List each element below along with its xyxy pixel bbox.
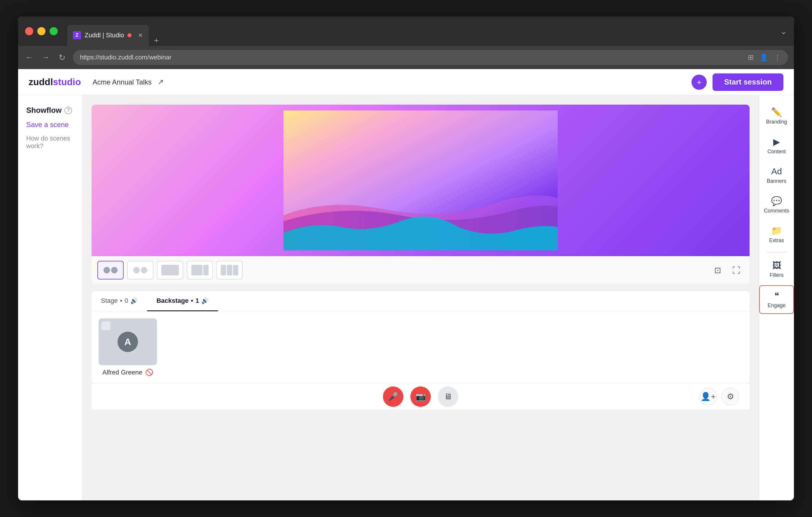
logo-zuddl: zuddl — [29, 77, 53, 87]
participant-options-icon — [102, 322, 110, 330]
showflow-title: Showflow ? — [26, 106, 74, 115]
tab-favicon: Z — [73, 31, 81, 39]
main-layout: Showflow ? Save a scene How do scenes wo… — [18, 95, 794, 500]
url-text: https://studio.zuddl.com/webinar — [80, 54, 172, 61]
banners-icon: Ad — [771, 166, 782, 176]
participant-name: Alfred Greene — [103, 369, 142, 376]
branding-icon: ✏️ — [771, 107, 782, 117]
participants-tabs: Stage • 0 🔊 Backstage • 1 🔊 — [92, 291, 750, 311]
stage-background — [284, 111, 558, 250]
logo-studio: studio — [53, 77, 81, 87]
mute-mic-button[interactable]: 🎤 — [383, 387, 403, 407]
mute-icon: 🚫 — [145, 369, 153, 376]
extras-label: Extras — [769, 238, 784, 244]
engage-icon: ❝ — [774, 291, 779, 301]
center-content: ⊡ ⛶ Stage • 0 🔊 Backstage — [82, 95, 759, 500]
close-button[interactable] — [25, 27, 33, 35]
how-scenes-link[interactable]: How do scenes work? — [26, 134, 74, 150]
maximize-button[interactable] — [50, 27, 58, 35]
stage-speaker-icon: 🔊 — [130, 297, 138, 304]
extras-icon: 📁 — [771, 225, 782, 236]
right-panel-item-fillers[interactable]: 🖼 Fillers — [759, 256, 794, 283]
right-panel-item-content[interactable]: ▶ Content — [759, 132, 794, 159]
browser-tab-active[interactable]: Z Zuddl | Studio ✕ — [67, 25, 149, 46]
banners-label: Banners — [767, 178, 786, 184]
new-tab-button[interactable]: ＋ — [152, 35, 161, 46]
mute-camera-button[interactable]: 📷 — [410, 387, 431, 407]
comments-icon: 💬 — [771, 196, 782, 206]
participant-avatar: A — [118, 332, 138, 352]
participants-grid: A Alfred Greene 🚫 — [92, 311, 750, 383]
panel-divider — [766, 252, 787, 252]
right-panel: ✏️ Branding ▶ Content Ad Banners 💬 Comme… — [759, 95, 794, 500]
share-button[interactable]: ↗ — [157, 78, 164, 87]
right-panel-item-extras[interactable]: 📁 Extras — [759, 221, 794, 248]
backstage-speaker-icon: 🔊 — [201, 297, 208, 304]
fullscreen-button[interactable]: ⛶ — [729, 263, 744, 278]
comments-label: Comments — [764, 208, 789, 214]
reading-mode-icon: ⊞ — [748, 53, 754, 61]
layout-button-two-person-alt[interactable] — [127, 261, 153, 279]
more-options-icon: ⋮ — [774, 53, 781, 61]
logo: zuddl studio — [29, 77, 81, 87]
reload-button[interactable]: ↻ — [57, 53, 67, 62]
tab-notification-dot — [127, 33, 132, 37]
right-panel-item-banners[interactable]: Ad Banners — [759, 162, 794, 189]
branding-label: Branding — [766, 119, 787, 125]
browser-tabs: Z Zuddl | Studio ✕ ＋ — [67, 17, 161, 46]
layout-button-grid[interactable] — [216, 261, 243, 279]
layout-button-content[interactable] — [157, 261, 183, 279]
tab-title: Zuddl | Studio — [85, 31, 124, 39]
fillers-icon: 🖼 — [772, 261, 781, 270]
tab-close-icon[interactable]: ✕ — [138, 32, 143, 39]
content-label: Content — [767, 149, 786, 155]
forward-button[interactable]: → — [40, 53, 51, 62]
app-content: zuddl studio Acme Annual Talks ↗ ＋ Start… — [18, 69, 794, 500]
tab-backstage[interactable]: Backstage • 1 🔊 — [147, 291, 218, 311]
back-button[interactable]: ← — [24, 53, 34, 62]
layout-button-split[interactable] — [187, 261, 213, 279]
participants-area: Stage • 0 🔊 Backstage • 1 🔊 — [92, 291, 750, 383]
layout-controls: ⊡ ⛶ — [92, 256, 750, 284]
content-icon: ▶ — [773, 137, 780, 147]
right-panel-item-branding[interactable]: ✏️ Branding — [759, 102, 794, 130]
right-panel-item-comments[interactable]: 💬 Comments — [759, 191, 794, 219]
sidebar: Showflow ? Save a scene How do scenes wo… — [18, 95, 82, 500]
browser-addressbar: ← → ↻ https://studio.zuddl.com/webinar ⊞… — [18, 46, 794, 69]
layout-button-two-person[interactable] — [97, 261, 124, 279]
address-bar-icons: ⊞ 👤 ⋮ — [748, 53, 781, 61]
settings-button[interactable]: ⚙ — [722, 388, 739, 405]
traffic-lights — [25, 27, 58, 35]
add-participant-button[interactable]: 👤+ — [699, 388, 717, 405]
right-panel-item-engage[interactable]: ❝ Engage — [759, 285, 794, 314]
minimize-button[interactable] — [37, 27, 46, 35]
start-session-button[interactable]: Start session — [713, 73, 783, 91]
event-name: Acme Annual Talks — [93, 78, 152, 86]
stage-canvas — [92, 104, 750, 256]
engage-label: Engage — [767, 303, 785, 309]
bottom-controls: 🎤 📷 🖥 👤+ ⚙ — [92, 383, 750, 409]
participant-card: A Alfred Greene 🚫 — [98, 318, 157, 376]
participant-info: Alfred Greene 🚫 — [103, 369, 153, 376]
address-bar[interactable]: https://studio.zuddl.com/webinar ⊞ 👤 ⋮ — [73, 50, 788, 65]
save-scene-link[interactable]: Save a scene — [26, 121, 74, 129]
tab-stage[interactable]: Stage • 0 🔊 — [92, 291, 147, 311]
stage-preview: ⊡ ⛶ — [92, 104, 750, 284]
browser-titlebar: Z Zuddl | Studio ✕ ＋ ⌄ — [18, 17, 794, 46]
help-icon[interactable]: ? — [64, 107, 72, 114]
fit-screen-button[interactable]: ⊡ — [710, 263, 725, 278]
fillers-label: Fillers — [770, 272, 784, 278]
add-button[interactable]: ＋ — [692, 74, 707, 90]
app-header: zuddl studio Acme Annual Talks ↗ ＋ Start… — [18, 69, 794, 95]
bottom-right-controls: 👤+ ⚙ — [699, 388, 739, 405]
profile-icon: 👤 — [759, 53, 768, 61]
participant-avatar-wrap: A — [98, 318, 157, 365]
browser-menu-icon[interactable]: ⌄ — [780, 27, 787, 36]
screen-share-button[interactable]: 🖥 — [438, 387, 458, 407]
